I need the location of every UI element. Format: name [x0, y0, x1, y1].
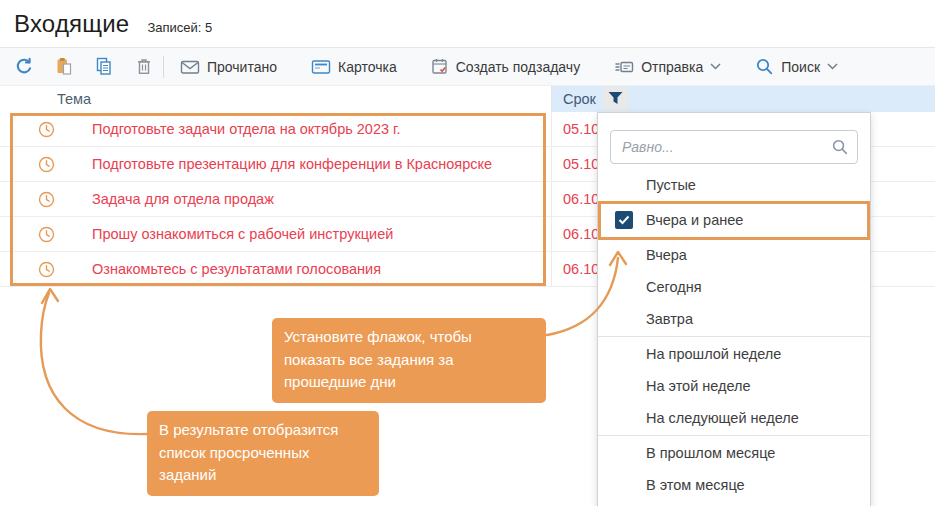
clock-icon — [0, 252, 92, 286]
mark-read-label: Прочитано — [207, 59, 277, 75]
filter-icon — [608, 91, 623, 108]
paste-icon[interactable] — [55, 57, 73, 76]
annotation-callout-checkbox: Установите флажок, чтобы показать все за… — [272, 318, 546, 403]
send-label: Отправка — [641, 59, 703, 75]
filter-option-next-week[interactable]: На следующей неделе — [598, 402, 870, 434]
toolbar: Прочитано Карточка Создать подзадачу Отп… — [0, 47, 935, 86]
mark-read-button[interactable]: Прочитано — [176, 52, 281, 82]
annotation-callout-result: В результате отобразится список просроче… — [147, 411, 379, 496]
page-title: Входящие — [14, 10, 129, 38]
filter-option-yesterday-and-earlier[interactable]: Вчера и ранее — [598, 201, 870, 239]
chevron-down-icon — [827, 63, 838, 70]
inbox-window: Входящие Записей: 5 Прочитано Карточка — [0, 0, 935, 506]
task-subject: Задача для отдела продаж — [92, 182, 552, 216]
task-subject: Подготовьте задачи отдела на октябрь 202… — [92, 112, 552, 146]
card-button[interactable]: Карточка — [307, 52, 401, 82]
column-header-due[interactable]: Срок — [552, 86, 935, 112]
send-menu-button[interactable]: Отправка — [610, 52, 725, 82]
search-menu-button[interactable]: Поиск — [751, 52, 842, 82]
search-label: Поиск — [781, 59, 820, 75]
dropdown-divider — [598, 336, 870, 337]
filter-option-last-month[interactable]: В прошлом месяце — [598, 437, 870, 469]
send-icon — [614, 58, 634, 76]
records-count: Записей: 5 — [147, 20, 212, 35]
copy-icon[interactable] — [95, 57, 113, 76]
refresh-icon[interactable] — [14, 57, 33, 76]
filter-option-empty[interactable]: Пустые — [598, 169, 870, 201]
card-label: Карточка — [338, 59, 397, 75]
task-subject: Подготовьте презентацию для конференции … — [92, 147, 552, 181]
delete-icon[interactable] — [135, 57, 153, 76]
create-subtask-button[interactable]: Создать подзадачу — [427, 52, 584, 82]
filter-search-input[interactable] — [610, 130, 858, 164]
search-icon[interactable] — [831, 138, 849, 160]
clock-icon — [0, 112, 92, 146]
filter-option-today[interactable]: Сегодня — [598, 271, 870, 303]
grid-header: Тема Срок — [0, 86, 935, 112]
checkbox-checked[interactable] — [615, 211, 633, 229]
task-subject: Ознакомьтесь с результатами голосования — [92, 252, 552, 286]
toolbar-separator — [163, 56, 164, 78]
filter-option-yesterday[interactable]: Вчера — [598, 239, 870, 271]
search-icon — [755, 57, 774, 76]
filter-option-this-month[interactable]: В этом месяце — [598, 469, 870, 501]
filter-dropdown: Пустые Вчера и ранее Вчера Сегодня Завтр… — [597, 112, 871, 506]
create-subtask-icon — [431, 57, 449, 76]
clock-icon — [0, 182, 92, 216]
filter-option-this-week[interactable]: На этой неделе — [598, 370, 870, 402]
filter-button[interactable] — [603, 87, 628, 111]
title-bar: Входящие Записей: 5 — [14, 10, 212, 38]
clock-icon — [0, 217, 92, 251]
create-subtask-label: Создать подзадачу — [456, 59, 580, 75]
task-subject: Прошу ознакомиться с рабочей инструкцией — [92, 217, 552, 251]
read-icon — [180, 58, 200, 76]
clock-icon — [0, 147, 92, 181]
dropdown-divider — [598, 435, 870, 436]
column-header-subject[interactable]: Тема — [0, 86, 552, 112]
filter-option-tomorrow[interactable]: Завтра — [598, 303, 870, 335]
filter-search — [610, 130, 858, 164]
chevron-down-icon — [710, 63, 721, 70]
filter-option-last-week[interactable]: На прошлой неделе — [598, 338, 870, 370]
card-icon — [311, 58, 331, 76]
